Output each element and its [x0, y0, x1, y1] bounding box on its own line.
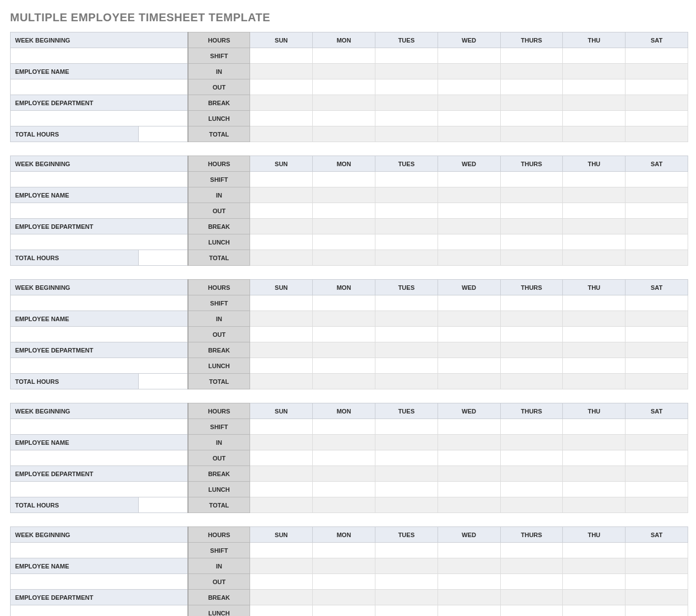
cell-break-sat[interactable]: [626, 342, 688, 358]
cell-in-mon[interactable]: [313, 187, 375, 203]
cell-out-thu[interactable]: [563, 450, 626, 466]
cell-break-thurs[interactable]: [500, 590, 563, 605]
cell-in-sat[interactable]: [626, 558, 688, 574]
cell-shift-tues[interactable]: [375, 48, 438, 64]
cell-total-wed[interactable]: [438, 374, 500, 389]
cell-in-wed[interactable]: [438, 187, 500, 203]
cell-break-sun[interactable]: [250, 342, 313, 358]
cell-total-thurs[interactable]: [500, 126, 563, 142]
cell-total-sat[interactable]: [626, 497, 688, 513]
input-employee-department[interactable]: [11, 358, 188, 374]
cell-out-thu[interactable]: [563, 574, 626, 590]
cell-shift-sun[interactable]: [250, 48, 313, 64]
cell-lunch-thurs[interactable]: [500, 605, 563, 617]
cell-break-wed[interactable]: [438, 95, 500, 111]
cell-out-wed[interactable]: [438, 203, 500, 219]
cell-total-tues[interactable]: [375, 126, 438, 142]
cell-lunch-sun[interactable]: [250, 358, 313, 374]
cell-lunch-wed[interactable]: [438, 358, 500, 374]
cell-lunch-wed[interactable]: [438, 111, 500, 126]
cell-in-sun[interactable]: [250, 558, 313, 574]
cell-in-thurs[interactable]: [500, 311, 563, 327]
cell-total-wed[interactable]: [438, 250, 500, 266]
cell-total-sat[interactable]: [626, 250, 688, 266]
input-employee-name[interactable]: [11, 79, 188, 95]
input-employee-name[interactable]: [11, 574, 188, 590]
cell-in-sat[interactable]: [626, 187, 688, 203]
cell-shift-sun[interactable]: [250, 172, 313, 187]
cell-lunch-mon[interactable]: [313, 482, 375, 497]
cell-out-thu[interactable]: [563, 79, 626, 95]
cell-shift-tues[interactable]: [375, 295, 438, 311]
cell-in-sun[interactable]: [250, 64, 313, 79]
cell-shift-sat[interactable]: [626, 295, 688, 311]
cell-shift-wed[interactable]: [438, 172, 500, 187]
cell-total-sun[interactable]: [250, 497, 313, 513]
cell-total-wed[interactable]: [438, 126, 500, 142]
cell-in-wed[interactable]: [438, 558, 500, 574]
cell-shift-thurs[interactable]: [500, 295, 563, 311]
cell-break-thurs[interactable]: [500, 219, 563, 234]
cell-lunch-thu[interactable]: [563, 111, 626, 126]
cell-out-sun[interactable]: [250, 79, 313, 95]
cell-out-mon[interactable]: [313, 79, 375, 95]
cell-in-tues[interactable]: [375, 64, 438, 79]
cell-out-thurs[interactable]: [500, 327, 563, 342]
cell-lunch-sat[interactable]: [626, 111, 688, 126]
cell-break-sun[interactable]: [250, 219, 313, 234]
cell-break-sat[interactable]: [626, 95, 688, 111]
cell-break-mon[interactable]: [313, 590, 375, 605]
cell-out-sun[interactable]: [250, 327, 313, 342]
cell-in-wed[interactable]: [438, 311, 500, 327]
input-employee-department[interactable]: [11, 605, 188, 617]
cell-out-sun[interactable]: [250, 203, 313, 219]
cell-break-wed[interactable]: [438, 342, 500, 358]
cell-in-sun[interactable]: [250, 311, 313, 327]
cell-shift-thu[interactable]: [563, 172, 626, 187]
cell-break-thurs[interactable]: [500, 466, 563, 482]
cell-out-thurs[interactable]: [500, 574, 563, 590]
cell-in-thu[interactable]: [563, 187, 626, 203]
cell-break-sat[interactable]: [626, 219, 688, 234]
cell-in-thurs[interactable]: [500, 64, 563, 79]
cell-out-thurs[interactable]: [500, 450, 563, 466]
cell-out-tues[interactable]: [375, 327, 438, 342]
cell-shift-thu[interactable]: [563, 419, 626, 435]
cell-shift-thurs[interactable]: [500, 48, 563, 64]
cell-break-wed[interactable]: [438, 219, 500, 234]
cell-out-tues[interactable]: [375, 79, 438, 95]
cell-lunch-thurs[interactable]: [500, 111, 563, 126]
cell-out-wed[interactable]: [438, 450, 500, 466]
cell-break-tues[interactable]: [375, 95, 438, 111]
cell-in-thurs[interactable]: [500, 435, 563, 450]
cell-in-mon[interactable]: [313, 435, 375, 450]
cell-lunch-tues[interactable]: [375, 358, 438, 374]
cell-break-thu[interactable]: [563, 219, 626, 234]
input-total-hours[interactable]: [138, 250, 188, 266]
cell-shift-sun[interactable]: [250, 543, 313, 558]
cell-lunch-mon[interactable]: [313, 234, 375, 250]
cell-in-tues[interactable]: [375, 558, 438, 574]
cell-shift-thurs[interactable]: [500, 543, 563, 558]
cell-break-tues[interactable]: [375, 219, 438, 234]
cell-in-sat[interactable]: [626, 64, 688, 79]
cell-total-thurs[interactable]: [500, 497, 563, 513]
cell-in-thurs[interactable]: [500, 558, 563, 574]
cell-total-thurs[interactable]: [500, 374, 563, 389]
cell-lunch-sun[interactable]: [250, 111, 313, 126]
cell-in-thu[interactable]: [563, 311, 626, 327]
cell-total-wed[interactable]: [438, 497, 500, 513]
cell-break-thu[interactable]: [563, 95, 626, 111]
cell-break-thu[interactable]: [563, 342, 626, 358]
cell-total-mon[interactable]: [313, 497, 375, 513]
cell-in-sun[interactable]: [250, 435, 313, 450]
cell-total-thu[interactable]: [563, 126, 626, 142]
cell-break-mon[interactable]: [313, 219, 375, 234]
cell-out-thurs[interactable]: [500, 203, 563, 219]
cell-lunch-mon[interactable]: [313, 358, 375, 374]
cell-lunch-thurs[interactable]: [500, 482, 563, 497]
cell-lunch-thurs[interactable]: [500, 358, 563, 374]
input-total-hours[interactable]: [138, 497, 188, 513]
cell-lunch-wed[interactable]: [438, 482, 500, 497]
cell-total-mon[interactable]: [313, 250, 375, 266]
